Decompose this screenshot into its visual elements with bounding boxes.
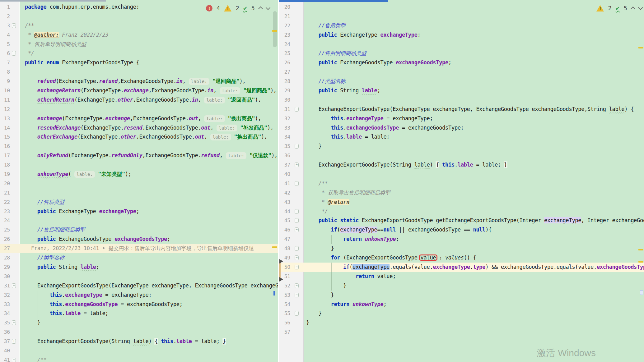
code-line[interactable]: 34 this.lable = lable; bbox=[0, 309, 278, 318]
gutter-line-number[interactable]: 35 bbox=[279, 142, 290, 151]
code-line[interactable]: 23 public ExchangeType exchangeType; bbox=[0, 207, 278, 216]
code-line[interactable]: 27 Franz, 2022/2/23 10:41 • 提交需求：售后单导出内容… bbox=[0, 244, 278, 253]
fold-region-icon[interactable] bbox=[295, 218, 299, 223]
code-line[interactable]: 3/** bbox=[0, 21, 278, 30]
inspection-widget-right[interactable]: 2 ✔ 5 bbox=[596, 4, 642, 12]
gutter-line-number[interactable]: 48 bbox=[279, 244, 290, 253]
code-line[interactable]: 13 exchange(ExchangeType.exchange,Exchan… bbox=[0, 114, 278, 123]
fold-region-icon[interactable] bbox=[12, 358, 16, 362]
code-line[interactable]: 36 bbox=[279, 151, 644, 160]
gutter-line-number[interactable]: 18 bbox=[0, 160, 10, 170]
code-line[interactable]: 35 } bbox=[279, 142, 644, 151]
fold-collapsed-icon[interactable] bbox=[295, 163, 299, 167]
code-line[interactable]: 32 this.exchangeType = exchangeType; bbox=[0, 291, 278, 300]
previous-problem-chevron-up-icon[interactable] bbox=[258, 7, 263, 11]
previous-problem-chevron-up-icon[interactable] bbox=[631, 7, 636, 11]
gutter-line-number[interactable]: 7 bbox=[0, 58, 10, 67]
code-line[interactable]: 22 //售后类型 bbox=[0, 198, 278, 207]
code-line[interactable]: 56} bbox=[279, 318, 644, 328]
code-line[interactable]: 26 public ExchangeGoodsType exchangeGood… bbox=[0, 235, 278, 244]
code-line[interactable]: 6 */ bbox=[0, 49, 278, 58]
code-line[interactable]: 40 bbox=[0, 346, 278, 355]
fold-region-icon[interactable] bbox=[295, 265, 299, 269]
gutter-line-number[interactable]: 26 bbox=[0, 235, 10, 244]
gutter-line-number[interactable]: 37 bbox=[0, 337, 10, 346]
code-line[interactable]: 28 //类型名称 bbox=[279, 77, 644, 86]
code-line[interactable]: 9 refund(ExchangeType.refund,ExchangeGoo… bbox=[0, 77, 278, 86]
code-line[interactable]: 45 public static ExchangeExportGoodsType… bbox=[279, 216, 644, 225]
gutter-line-number[interactable]: 16 bbox=[0, 142, 10, 151]
code-line[interactable]: 55 } bbox=[279, 309, 644, 318]
gutter-line-number[interactable]: 33 bbox=[279, 123, 290, 133]
gutter-line-number[interactable]: 9 bbox=[0, 77, 10, 86]
code-line[interactable]: 21 bbox=[279, 12, 644, 21]
fold-region-icon[interactable] bbox=[295, 293, 299, 297]
fold-region-icon[interactable] bbox=[295, 311, 299, 316]
gutter-line-number[interactable]: 6 bbox=[0, 49, 10, 58]
code-line[interactable]: 31 ExchangeExportGoodsType(ExchangeType … bbox=[0, 281, 278, 291]
inspection-widget-left[interactable]: 4 2 ✔ 5 bbox=[206, 4, 270, 12]
gutter-line-number[interactable]: 13 bbox=[0, 114, 10, 123]
code-line[interactable]: 33 this.exchangeGoodsType = exchangeGood… bbox=[279, 123, 644, 133]
code-line[interactable]: 22 //售后类型 bbox=[279, 21, 644, 30]
code-line[interactable]: 33 this.exchangeGoodsType = exchangeGood… bbox=[0, 300, 278, 309]
gutter-line-number[interactable]: 32 bbox=[279, 114, 290, 123]
code-line[interactable]: 51 return value; bbox=[279, 272, 644, 281]
code-line[interactable]: 24 bbox=[279, 40, 644, 49]
code-line[interactable]: 34 this.lable = lable; bbox=[279, 132, 644, 142]
code-line[interactable]: 4 * @author: Franz 2022/2/23 bbox=[0, 30, 278, 40]
fold-region-icon[interactable] bbox=[295, 181, 299, 186]
code-line[interactable]: 41 /** bbox=[279, 179, 644, 188]
fold-region-icon[interactable] bbox=[12, 283, 16, 288]
gutter-line-number[interactable]: 41 bbox=[279, 179, 290, 188]
code-line[interactable]: 20 bbox=[0, 179, 278, 188]
code-line[interactable]: 49 for (ExchangeExportGoodsType value : … bbox=[279, 253, 644, 263]
gutter-line-number[interactable]: 28 bbox=[279, 77, 290, 86]
gutter-line-number[interactable]: 8 bbox=[0, 67, 10, 77]
gutter-line-number[interactable]: 17 bbox=[0, 151, 10, 160]
fold-region-icon[interactable] bbox=[12, 23, 16, 28]
gutter-line-number[interactable]: 56 bbox=[279, 318, 290, 328]
code-line[interactable]: 50 if(exchangeType.equals(value.exchange… bbox=[279, 263, 644, 272]
fold-region-icon[interactable] bbox=[12, 51, 16, 56]
code-line[interactable]: 10 exchangeReturn(ExchangeType.exchange,… bbox=[0, 86, 278, 95]
fold-region-icon[interactable] bbox=[295, 283, 299, 288]
code-line[interactable]: 37 ExchangeExportGoodsType(String lable)… bbox=[0, 337, 278, 346]
gutter-line-number[interactable]: 34 bbox=[279, 132, 290, 142]
code-line[interactable]: 29 public String lable; bbox=[0, 263, 278, 272]
code-line[interactable]: 44 */ bbox=[279, 207, 644, 216]
code-line[interactable]: 16 bbox=[0, 142, 278, 151]
code-line[interactable]: 17 onlyRefund(ExchangeType.refundOnly,Ex… bbox=[0, 151, 278, 160]
gutter-line-number[interactable]: 1 bbox=[0, 2, 10, 12]
gutter-line-number[interactable]: 52 bbox=[279, 281, 290, 291]
fold-region-icon[interactable] bbox=[295, 209, 299, 214]
fold-region-icon[interactable] bbox=[295, 255, 299, 260]
code-line[interactable]: 12 bbox=[0, 105, 278, 114]
change-stripe-mark[interactable] bbox=[638, 249, 643, 250]
gutter-line-number[interactable]: 46 bbox=[279, 225, 290, 235]
gutter-line-number[interactable]: 2 bbox=[0, 12, 10, 21]
gutter-line-number[interactable]: 36 bbox=[279, 151, 290, 160]
code-line[interactable]: 47 return unkownType; bbox=[279, 235, 644, 244]
gutter-line-number[interactable]: 3 bbox=[0, 21, 10, 30]
code-line[interactable]: 5 * 售后单导明细商品类型 bbox=[0, 40, 278, 49]
gutter-line-number[interactable]: 14 bbox=[0, 123, 10, 133]
code-line[interactable]: 42 * 获取导出售后明细商品类型 bbox=[279, 188, 644, 198]
code-line[interactable]: 48 } bbox=[279, 244, 644, 253]
gutter-line-number[interactable]: 26 bbox=[279, 58, 290, 67]
gutter-line-number[interactable]: 21 bbox=[0, 188, 10, 198]
gutter-line-number[interactable]: 23 bbox=[0, 207, 10, 216]
next-problem-chevron-down-icon[interactable] bbox=[266, 5, 271, 10]
gutter-line-number[interactable]: 55 bbox=[279, 309, 290, 318]
gutter-line-number[interactable]: 15 bbox=[0, 132, 10, 142]
fold-region-icon[interactable] bbox=[295, 246, 299, 251]
code-line[interactable]: 28 //类型名称 bbox=[0, 253, 278, 263]
fold-region-icon[interactable] bbox=[295, 227, 299, 232]
code-line[interactable]: 15 otherExchange(ExchangeType.other,Exch… bbox=[0, 132, 278, 142]
gutter-line-number[interactable]: 27 bbox=[279, 67, 290, 77]
code-line[interactable]: 18 bbox=[0, 160, 278, 170]
gutter-line-number[interactable]: 45 bbox=[279, 216, 290, 225]
code-line[interactable]: 30 bbox=[0, 272, 278, 281]
code-line[interactable]: 27 bbox=[279, 67, 644, 77]
code-line[interactable]: 26 public ExchangeGoodsType exchangeGood… bbox=[279, 58, 644, 67]
